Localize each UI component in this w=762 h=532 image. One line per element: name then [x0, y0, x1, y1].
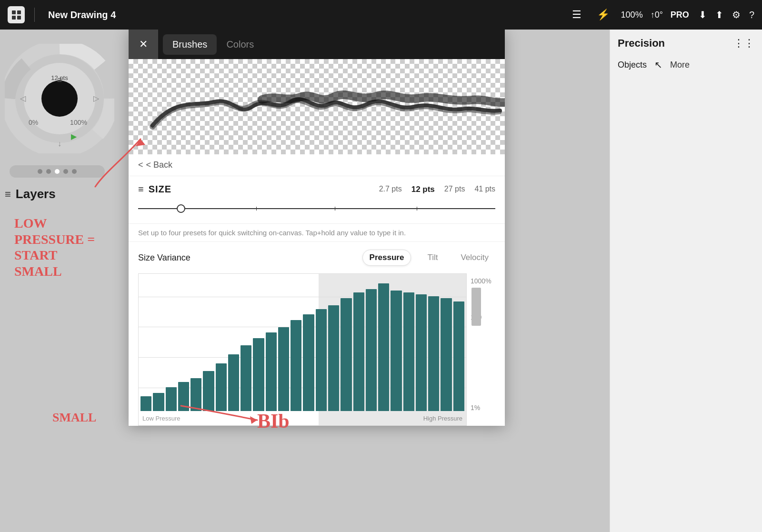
variance-tabs: Pressure Tilt Velocity: [362, 250, 495, 266]
menu-icon[interactable]: ☰: [568, 7, 585, 23]
svg-text:12 pts: 12 pts: [51, 74, 68, 81]
bar-5: [203, 371, 214, 411]
dot-1[interactable]: [38, 169, 42, 174]
svg-text:0%: 0%: [29, 119, 38, 126]
help-icon[interactable]: ?: [749, 10, 754, 20]
tab-velocity[interactable]: Velocity: [454, 250, 495, 265]
bar-9: [253, 338, 264, 411]
layers-section[interactable]: ≡ Layers: [5, 187, 56, 201]
annotation-low-pressure: LOWPRESSURE =STARTSMALL: [14, 215, 95, 279]
tab-pressure[interactable]: Pressure: [362, 250, 411, 266]
tab-brushes[interactable]: Brushes: [163, 34, 217, 55]
bar-25: [453, 301, 464, 411]
svg-text:◁: ◁: [20, 94, 26, 102]
objects-label[interactable]: Objects: [618, 60, 647, 70]
separator: [34, 8, 35, 22]
bar-23: [428, 296, 439, 411]
helper-text: Set up to four presets for quick switchi…: [129, 224, 505, 242]
variance-label: Size Variance: [138, 253, 190, 263]
magic-icon[interactable]: ⚡: [593, 7, 613, 23]
preset-4[interactable]: 41 pts: [474, 185, 495, 194]
dot-4[interactable]: [63, 169, 68, 174]
bar-12: [291, 320, 301, 411]
size-section: ≡ SIZE 2.7 pts 12 pts 27 pts 41 pts: [129, 176, 505, 224]
chart-scale: 1000% 100 1%: [467, 273, 495, 426]
tab-tilt[interactable]: Tilt: [421, 250, 444, 265]
back-icon: <: [138, 160, 143, 170]
precision-title: Precision: [618, 37, 665, 50]
scale-1000: 1000%: [471, 277, 495, 285]
dot-2[interactable]: [46, 169, 51, 174]
slider-thumb[interactable]: [177, 204, 185, 213]
settings-icon[interactable]: ⚙: [732, 9, 741, 20]
modal-panel: ✕ Brushes Colors < < Back ≡ SIZE: [129, 30, 505, 426]
tool-wheel[interactable]: ≡ 0% 100% ◁ ▷ ↓ ▶ 12 pts: [5, 44, 114, 153]
chart-area: Low Pressure High Pressure: [138, 273, 467, 426]
more-label[interactable]: More: [670, 60, 690, 70]
top-bar-right: ⬇ ⬆ ⚙ ?: [699, 9, 754, 20]
bar-20: [391, 291, 401, 411]
top-bar-left: New Drawing 4: [8, 6, 116, 23]
bar-11: [278, 327, 289, 411]
rotation-info: ↑0°: [651, 10, 663, 20]
download-icon[interactable]: ⬇: [699, 9, 707, 20]
dot-5[interactable]: [72, 169, 77, 174]
bar-18: [366, 289, 377, 412]
brush-preview: [129, 59, 505, 154]
size-presets: 2.7 pts 12 pts 27 pts 41 pts: [379, 185, 495, 194]
share-icon[interactable]: ⬆: [715, 9, 723, 20]
tick-1: [256, 207, 257, 211]
svg-text:▷: ▷: [93, 94, 100, 102]
bar-4: [190, 378, 201, 411]
size-title: SIZE: [149, 184, 171, 195]
preset-3[interactable]: 27 pts: [444, 185, 465, 194]
layers-icon: ≡: [5, 188, 11, 201]
bar-10: [266, 332, 277, 411]
close-button[interactable]: ✕: [129, 30, 158, 59]
cursor-icon[interactable]: ↖: [654, 59, 662, 70]
chart-labels: Low Pressure High Pressure: [139, 411, 466, 425]
variance-header: Size Variance Pressure Tilt Velocity: [138, 250, 495, 266]
document-title: New Drawing 4: [48, 10, 116, 20]
tick-3: [417, 207, 417, 211]
grid-icon[interactable]: [8, 6, 25, 23]
label-low-pressure: Low Pressure: [142, 415, 180, 422]
svg-text:▶: ▶: [71, 132, 77, 141]
annotation-small: SMALL: [52, 411, 96, 425]
svg-text:↓: ↓: [58, 140, 61, 148]
preset-2[interactable]: 12 pts: [411, 185, 435, 194]
bar-22: [416, 294, 427, 411]
preset-1[interactable]: 2.7 pts: [379, 185, 402, 194]
grid-options-icon[interactable]: ⋮⋮: [733, 37, 754, 50]
bar-2: [166, 387, 177, 411]
objects-row: Objects ↖ More: [618, 59, 754, 70]
bar-8: [241, 345, 251, 411]
bar-1: [153, 393, 164, 411]
bar-7: [228, 354, 239, 411]
left-area: ≡ 0% 100% ◁ ▷ ↓ ▶ 12 pts ≡ Layers LOWPRE…: [0, 30, 124, 532]
label-high-pressure: High Pressure: [423, 415, 462, 422]
layers-label: Layers: [16, 187, 56, 201]
variance-chart: Low Pressure High Pressure 1000% 100 1%: [138, 273, 495, 426]
bar-16: [341, 298, 351, 411]
bar-19: [378, 283, 389, 411]
zoom-level[interactable]: 100%: [621, 10, 643, 20]
progress-dots: [10, 165, 105, 178]
tab-colors[interactable]: Colors: [217, 34, 263, 55]
precision-row: Precision ⋮⋮: [618, 37, 754, 50]
bar-24: [441, 298, 451, 411]
size-label-row: ≡ SIZE: [138, 184, 171, 195]
bar-15: [328, 305, 339, 411]
bar-14: [316, 309, 327, 411]
bar-21: [403, 292, 414, 411]
svg-text:100%: 100%: [70, 119, 87, 126]
tick-2: [335, 207, 335, 211]
size-slider[interactable]: [138, 201, 495, 216]
scale-bar: [471, 288, 481, 326]
back-button[interactable]: < < Back: [129, 154, 505, 176]
dot-3[interactable]: [55, 169, 60, 174]
top-bar-center: ☰ ⚡ 100% ↑0° PRO: [116, 7, 699, 23]
bar-3: [178, 382, 189, 411]
bar-0: [140, 396, 151, 411]
size-icon: ≡: [138, 184, 144, 195]
